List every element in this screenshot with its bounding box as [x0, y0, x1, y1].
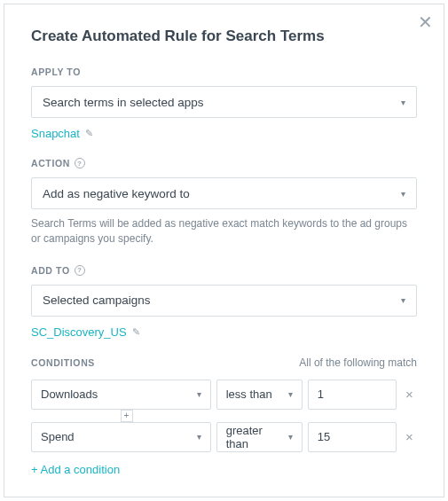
condition-operator: less than — [226, 387, 272, 401]
add-to-label: ADD TO ? — [31, 265, 417, 276]
action-label: ACTION ? — [31, 158, 417, 168]
apply-to-value: Search terms in selected apps — [43, 96, 204, 109]
apply-to-section: APPLY TO Search terms in selected apps ▾… — [31, 67, 417, 140]
plus-icon[interactable]: + — [121, 410, 133, 422]
chevron-down-icon: ▾ — [197, 389, 201, 399]
remove-condition-icon[interactable]: × — [402, 429, 417, 444]
add-to-section: ADD TO ? Selected campaigns ▾ SC_Discove… — [31, 265, 417, 339]
modal-title: Create Automated Rule for Search Terms — [31, 27, 417, 45]
condition-value-input[interactable] — [308, 422, 397, 452]
condition-metric: Downloads — [41, 387, 98, 401]
remove-condition-icon[interactable]: × — [402, 387, 417, 402]
apply-to-label: APPLY TO — [31, 67, 417, 77]
chevron-down-icon: ▾ — [288, 389, 293, 399]
chevron-down-icon: ▾ — [197, 432, 201, 442]
add-to-tag[interactable]: SC_Discovery_US — [31, 325, 127, 339]
apply-to-tag[interactable]: Snapchat — [31, 127, 80, 140]
condition-operator: greater than — [226, 424, 288, 450]
pencil-icon[interactable]: ✎ — [132, 326, 140, 338]
chevron-down-icon: ▾ — [401, 295, 405, 305]
pencil-icon[interactable]: ✎ — [85, 128, 93, 139]
action-helper: Search Terms will be added as negative e… — [31, 216, 417, 247]
close-icon[interactable]: ✕ — [418, 13, 433, 31]
condition-operator-select[interactable]: less than ▾ — [216, 380, 303, 410]
help-icon[interactable]: ? — [75, 265, 85, 276]
add-to-select[interactable]: Selected campaigns ▾ — [31, 285, 417, 317]
conditions-label: CONDITIONS — [31, 357, 95, 368]
action-label-text: ACTION — [31, 158, 70, 168]
chevron-down-icon: ▾ — [401, 98, 405, 107]
condition-value-input[interactable] — [308, 380, 397, 410]
condition-operator-select[interactable]: greater than ▾ — [216, 422, 303, 452]
conditions-sub: All of the following match — [299, 356, 417, 369]
condition-metric: Spend — [41, 430, 75, 443]
chevron-down-icon: ▾ — [401, 189, 405, 199]
add-condition-link[interactable]: + Add a condition — [31, 463, 417, 476]
condition-add-separator: + — [31, 411, 417, 420]
action-select[interactable]: Add as negative keyword to ▾ — [31, 177, 417, 209]
action-value: Add as negative keyword to — [43, 187, 190, 200]
condition-metric-select[interactable]: Downloads ▾ — [31, 380, 211, 410]
action-section: ACTION ? Add as negative keyword to ▾ Se… — [31, 158, 417, 247]
help-icon[interactable]: ? — [75, 158, 85, 168]
condition-row: Spend ▾ greater than ▾ × — [31, 422, 417, 452]
condition-row: Downloads ▾ less than ▾ × — [31, 380, 417, 410]
create-rule-modal: ✕ Create Automated Rule for Search Terms… — [4, 4, 444, 497]
apply-to-tag-row: Snapchat ✎ — [31, 127, 417, 140]
add-to-value: Selected campaigns — [43, 294, 151, 307]
chevron-down-icon: ▾ — [288, 432, 293, 442]
condition-metric-select[interactable]: Spend ▾ — [31, 422, 211, 452]
conditions-section: CONDITIONS All of the following match Do… — [31, 356, 417, 476]
add-to-tag-row: SC_Discovery_US ✎ — [31, 325, 417, 339]
apply-to-select[interactable]: Search terms in selected apps ▾ — [31, 86, 417, 118]
add-to-label-text: ADD TO — [31, 265, 70, 276]
